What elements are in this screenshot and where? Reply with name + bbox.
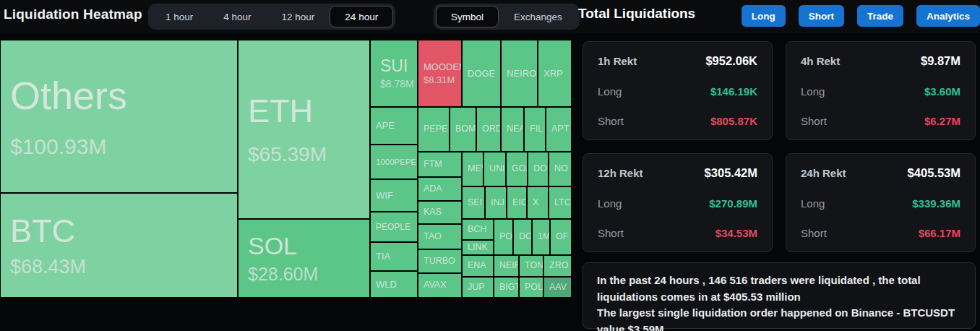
treemap-cell-po[interactable]: PO [494,219,513,255]
tab-24-hour[interactable]: 24 hour [330,6,393,27]
cell-symbol: DO [533,164,547,173]
tab-1-hour[interactable]: 1 hour [150,6,208,27]
treemap-cell-link[interactable]: LINK [462,240,494,255]
treemap-cell-ada[interactable]: ADA [418,177,462,201]
cell-symbol: DOGE [468,69,495,79]
cell-symbol: NEIRO [507,69,536,79]
stat-row: Short$34.53M [598,227,757,239]
trade-button[interactable]: Trade [857,5,903,27]
short-button[interactable]: Short [799,5,844,27]
treemap-cell-people[interactable]: PEOPLE [370,212,418,242]
treemap-cell-of[interactable]: OF [550,219,572,255]
short-label: Short [801,115,827,127]
treemap-cell-1000pepe[interactable]: 1000PEPE [370,145,418,179]
cell-symbol: NEA [507,124,524,134]
stat-row: Long$146.19K [598,85,757,98]
cell-symbol: INJ [491,198,504,207]
tab-exchanges[interactable]: Exchanges [499,6,577,27]
cell-symbol: EIG [512,198,527,207]
cell-symbol: SUI [380,57,408,74]
treemap-cell-sui[interactable]: SUI$8.78M [370,40,418,107]
rekt-label: 12h Rekt [598,167,643,179]
treemap-cell-wif[interactable]: WIF [370,179,418,212]
treemap-cell-ena[interactable]: ENA [462,255,494,277]
cell-symbol: 1000PEPE [376,158,416,166]
long-value: $3.60M [924,85,960,98]
treemap-cell-wld[interactable]: WLD [370,271,418,298]
treemap-cell-kas[interactable]: KAS [418,201,462,224]
stat-row: Long$3.60M [801,85,960,98]
treemap-cell-x[interactable]: X [527,186,549,219]
cell-symbol: PEOPLE [376,223,411,232]
stat-row: Long$339.36M [801,197,960,210]
treemap-cell-no[interactable]: NO [549,152,572,186]
treemap-cell-bom[interactable]: BOM [450,107,476,152]
treemap-cell-uni[interactable]: UNI [483,152,506,186]
stat-row: 1h Rekt$952.06K [598,54,757,68]
cell-symbol: BOM [455,124,476,134]
stat-card-4h: 4h Rekt$9.87MLong$3.60MShort$6.27M [786,41,976,140]
treemap-cell-neir[interactable]: NEIR [494,255,519,277]
treemap-cell-jup[interactable]: JUP [462,277,494,298]
tab-symbol[interactable]: Symbol [436,6,499,27]
cell-symbol: X [533,198,538,207]
stat-row: 24h Rekt$405.53M [801,166,960,180]
analytics-button[interactable]: Analytics [916,5,980,27]
long-label: Long [801,85,825,98]
cell-symbol: BIGT [499,283,519,292]
treemap-cell-others[interactable]: Others$100.93M [0,40,238,193]
treemap-cell-do[interactable]: DO [513,219,532,255]
treemap-cell-doge[interactable]: DOGE [462,40,501,107]
tab-12-hour[interactable]: 12 hour [267,6,330,27]
treemap-cell-ltc[interactable]: LTC [549,186,572,219]
treemap-cell-pepe[interactable]: PEPE [418,107,450,152]
treemap-cell-goa[interactable]: GOA [506,152,528,186]
treemap-cell-neiro[interactable]: NEIRO [501,40,538,107]
treemap-cell-sol[interactable]: SOL$28.60M [238,219,370,298]
treemap-cell-eig[interactable]: EIG [507,186,527,219]
treemap-cell-mev[interactable]: MEV [462,152,483,186]
treemap-cell-eth[interactable]: ETH$65.39M [238,40,370,219]
treemap-cell-ftm[interactable]: FTM [418,152,462,177]
treemap-cell-inj[interactable]: INJ [485,186,507,219]
cell-symbol: BCH [468,225,486,234]
treemap-cell-sei[interactable]: SEI [462,186,485,219]
cell-symbol: ZRO [549,261,568,270]
treemap-cell-mooden[interactable]: MOODEN$8.31M [418,40,462,107]
rekt-total: $305.42M [705,166,757,180]
rekt-total: $9.87M [921,54,960,68]
cell-symbol: PO [499,232,512,241]
cell-value: $8.78M [380,79,414,90]
treemap-cell-xrp[interactable]: XRP [538,40,572,107]
treemap-cell-tao[interactable]: TAO [418,224,462,249]
long-button[interactable]: Long [742,5,786,27]
treemap-cell-fil[interactable]: FIL [524,107,546,152]
cell-value: $28.60M [248,265,318,283]
stat-row: 4h Rekt$9.87M [801,54,960,68]
treemap-cell-turbo[interactable]: TURBO [418,249,462,273]
treemap-cell-bch[interactable]: BCH [462,219,494,240]
top-header: Liquidation Heatmap 1 hour4 hour12 hour2… [0,0,980,33]
tab-4-hour[interactable]: 4 hour [208,6,266,27]
treemap-cell-zro[interactable]: ZRO [543,255,572,277]
cell-value: $8.31M [424,75,455,85]
cell-symbol: TIA [376,252,390,262]
treemap-cell-avax[interactable]: AVAX [418,273,462,298]
treemap-cell-1m[interactable]: 1M [532,219,550,255]
cell-value: $68.43M [10,257,86,277]
treemap-cell-ton[interactable]: TON [519,255,543,277]
treemap-cell-btc[interactable]: BTC$68.43M [0,193,238,298]
treemap-cell-do[interactable]: DO [528,152,549,186]
treemap-cell-ord[interactable]: ORD [476,107,501,152]
treemap-cell-aav[interactable]: AAV [543,277,572,298]
treemap-cell-tia[interactable]: TIA [370,242,418,271]
short-value: $805.87K [710,115,757,127]
cell-symbol: KAS [424,207,442,217]
treemap-cell-nea[interactable]: NEA [501,107,524,152]
treemap-cell-bigt[interactable]: BIGT [494,277,519,298]
treemap-cell-pol[interactable]: POL [519,277,543,298]
treemap-cell-apt[interactable]: APT [546,107,572,152]
rekt-total: $405.53M [908,166,960,180]
treemap-cell-ape[interactable]: APE [370,107,418,145]
summary-line-2: The largest single liquidation order hap… [597,305,961,331]
